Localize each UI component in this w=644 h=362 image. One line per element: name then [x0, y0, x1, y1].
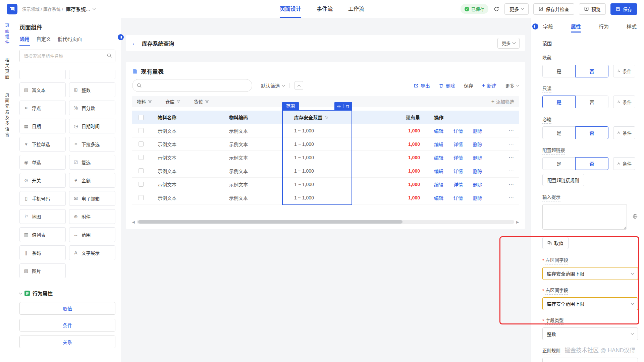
- component-attachment[interactable]: ⊕附件: [69, 209, 115, 224]
- condition-button[interactable]: 条件: [613, 65, 635, 77]
- row-action-edit[interactable]: 编辑: [434, 194, 443, 201]
- component-text-display[interactable]: A文字展示: [69, 245, 115, 260]
- rail-item-2[interactable]: 相关页面: [4, 58, 10, 80]
- component-checkbox[interactable]: ☑复选: [69, 155, 115, 170]
- component-select-single[interactable]: ▾下拉单选: [19, 137, 66, 152]
- component-phone[interactable]: ▯手机号码: [19, 191, 66, 206]
- row-action-detail[interactable]: 详情: [453, 181, 463, 188]
- field-select[interactable]: 库存安全范围上限: [542, 297, 638, 310]
- header-tab-2[interactable]: 事件流: [317, 0, 333, 18]
- row-checkbox[interactable]: [139, 168, 144, 173]
- page-more-button[interactable]: 更多: [497, 38, 520, 49]
- component-switch[interactable]: ⊙开关: [19, 173, 66, 188]
- table-search[interactable]: [132, 79, 252, 92]
- row-more-button[interactable]: ⋯: [503, 194, 519, 201]
- row-action-delete[interactable]: 删除: [473, 127, 482, 134]
- row-checkbox[interactable]: [139, 195, 144, 200]
- toggle-yes-button[interactable]: 是: [542, 157, 576, 170]
- row-action-detail[interactable]: 详情: [453, 168, 463, 174]
- field-select[interactable]: 库存安全范围下限: [542, 267, 638, 280]
- component-item-partial[interactable]: [19, 70, 66, 79]
- row-more-button[interactable]: ⋯: [503, 168, 519, 174]
- row-more-button[interactable]: ⋯: [503, 127, 519, 134]
- selection-tag[interactable]: 范围: [282, 102, 299, 111]
- condition-button[interactable]: 条件: [613, 157, 635, 170]
- row-action-delete[interactable]: 删除: [473, 181, 482, 188]
- sidebar-collapse-handle[interactable]: [118, 34, 124, 40]
- app-logo-icon[interactable]: [7, 4, 17, 14]
- create-button[interactable]: + 新建: [482, 82, 496, 89]
- row-action-edit[interactable]: 编辑: [434, 127, 443, 134]
- toggle-no-button[interactable]: 否: [575, 157, 608, 170]
- row-more-button[interactable]: ⋯: [503, 154, 519, 161]
- add-filter-button[interactable]: + 添加筛选: [491, 98, 514, 105]
- delete-button[interactable]: 删除: [439, 82, 455, 89]
- row-checkbox[interactable]: [139, 128, 144, 133]
- collapse-filter-button[interactable]: [294, 81, 303, 90]
- more-dropdown-button[interactable]: 更多: [504, 3, 529, 15]
- component-richtext[interactable]: ▤富文本: [19, 82, 66, 97]
- component-percent[interactable]: %百分数: [69, 101, 115, 115]
- rail-item-3[interactable]: 页面元素及多语言: [4, 93, 10, 138]
- component-radio[interactable]: ◉单选: [19, 155, 66, 170]
- row-action-edit[interactable]: 编辑: [434, 141, 443, 147]
- select-all-checkbox[interactable]: [139, 115, 144, 120]
- panel-collapse-handle[interactable]: [532, 23, 538, 29]
- save-table-button[interactable]: 保存: [464, 82, 473, 89]
- column-config-icon[interactable]: [324, 115, 328, 119]
- component-email[interactable]: ✉电子邮箱: [69, 191, 115, 206]
- regex-rule-select[interactable]: 自定义: [542, 358, 638, 362]
- component-float[interactable]: ≈浮点: [19, 101, 66, 115]
- value-button[interactable]: 取值: [542, 237, 569, 249]
- component-barcode[interactable]: ∥条码: [19, 245, 66, 260]
- field-select[interactable]: 整数: [542, 327, 638, 340]
- save-and-check-button[interactable]: 保存并检查: [533, 3, 574, 15]
- row-action-delete[interactable]: 删除: [473, 154, 482, 161]
- toggle-no-button[interactable]: 否: [575, 65, 608, 77]
- behavior-button-3[interactable]: 关系: [19, 336, 115, 348]
- row-more-button[interactable]: ⋯: [503, 181, 519, 187]
- column-delete-icon[interactable]: [345, 104, 350, 109]
- panel-tab-4[interactable]: 样式: [627, 23, 637, 33]
- row-action-detail[interactable]: 详情: [453, 194, 463, 201]
- panel-tab-2[interactable]: 属性: [571, 23, 581, 33]
- component-date[interactable]: ▦日期: [19, 119, 66, 133]
- search-icon[interactable]: [107, 53, 112, 58]
- scroll-right-icon[interactable]: ▶: [516, 220, 519, 224]
- behavior-button-2[interactable]: 条件: [19, 319, 115, 331]
- table-more-dropdown[interactable]: 更多: [505, 82, 519, 89]
- scrollbar-thumb[interactable]: [138, 220, 402, 224]
- behavior-button-1[interactable]: 取值: [19, 302, 115, 315]
- rail-item-1[interactable]: 页面组件: [4, 23, 10, 46]
- component-amount[interactable]: ¥金额: [69, 173, 115, 188]
- scroll-left-icon[interactable]: ◀: [132, 220, 135, 224]
- toggle-yes-button[interactable]: 是: [542, 96, 576, 108]
- row-action-detail[interactable]: 详情: [453, 154, 463, 161]
- component-select-multi[interactable]: ≡下拉多选: [69, 137, 115, 152]
- globe-icon[interactable]: [632, 214, 638, 219]
- component-item-partial[interactable]: [69, 70, 115, 79]
- header-tab-3[interactable]: 工作流: [348, 0, 364, 18]
- scrollbar-track[interactable]: [137, 220, 515, 224]
- breadcrumb[interactable]: 演示领域 / 库存系统 / 库存系统...: [22, 5, 95, 12]
- row-action-edit[interactable]: 编辑: [434, 154, 443, 161]
- component-integer[interactable]: ⊞整数: [69, 82, 115, 97]
- row-action-edit[interactable]: 编辑: [434, 181, 443, 188]
- save-button[interactable]: 保存: [610, 3, 637, 15]
- filter-chip-location[interactable]: 货位: [194, 98, 209, 105]
- back-arrow-icon[interactable]: ←: [131, 40, 138, 47]
- row-action-delete[interactable]: 删除: [473, 194, 482, 201]
- toggle-no-button[interactable]: 否: [575, 126, 608, 139]
- chevron-down-icon[interactable]: [92, 7, 96, 10]
- condition-button[interactable]: 条件: [613, 96, 635, 108]
- hyperlink-rule-button[interactable]: 配置超链接规则: [542, 174, 584, 186]
- component-datetime[interactable]: ◷日期时间: [69, 119, 115, 133]
- row-action-edit[interactable]: 编辑: [434, 168, 443, 174]
- row-action-detail[interactable]: 详情: [453, 127, 463, 134]
- component-value-list[interactable]: ▥值列表: [19, 227, 66, 242]
- sidebar-tab-2[interactable]: 自定义: [36, 33, 51, 46]
- row-action-detail[interactable]: 详情: [453, 141, 463, 147]
- component-image[interactable]: ▨图片: [19, 263, 66, 278]
- panel-tab-1[interactable]: 字段: [543, 23, 553, 33]
- behavior-section-header[interactable]: 行为属性: [19, 290, 115, 297]
